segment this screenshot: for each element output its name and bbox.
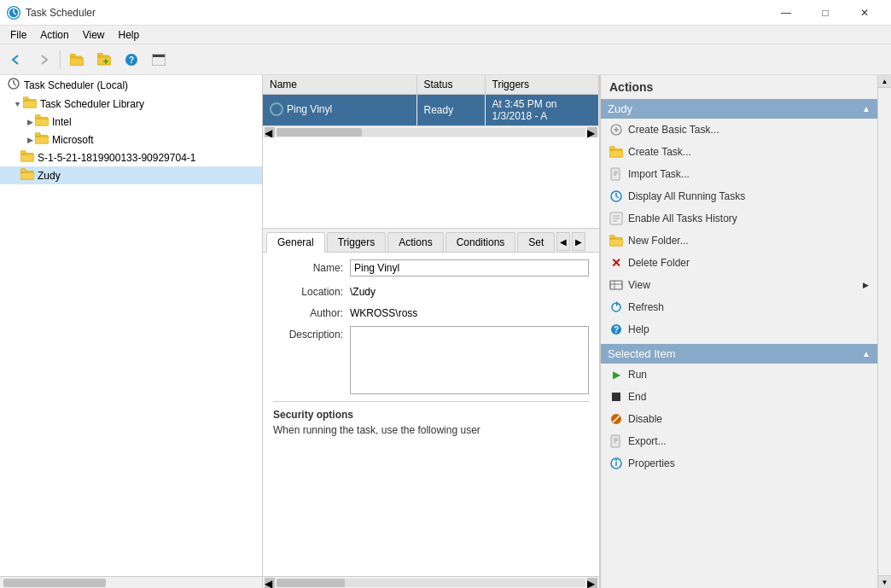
run-label: Run <box>628 369 647 381</box>
tree-scroll-thumb[interactable] <box>3 579 106 587</box>
tab-settings[interactable]: Set <box>517 232 555 252</box>
detail-h-thumb[interactable] <box>277 579 345 587</box>
tab-conditions[interactable]: Conditions <box>446 232 516 252</box>
toolbar: ? <box>0 44 891 75</box>
tree-item-intel[interactable]: ▶ Intel <box>0 113 262 131</box>
action-help[interactable]: ? Help <box>601 318 877 341</box>
svg-rect-5 <box>70 54 75 56</box>
detail-scroll-left[interactable]: ◀ <box>265 578 275 588</box>
detail-scroll-right[interactable]: ▶ <box>587 578 597 588</box>
menu-bar: File Action View Help <box>0 26 891 44</box>
svg-line-2 <box>14 13 16 15</box>
action-delete-folder[interactable]: ✕ Delete Folder <box>601 252 877 274</box>
tree-zudy-label: Zudy <box>38 170 61 182</box>
forward-button[interactable] <box>31 48 56 72</box>
tree-item-library[interactable]: ▼ Task Scheduler Library <box>0 95 262 113</box>
scroll-left-btn[interactable]: ◀ <box>265 127 275 137</box>
description-row: Description: <box>273 326 589 394</box>
action-disable[interactable]: Disable <box>601 408 877 430</box>
tree-item-root[interactable]: Task Scheduler (Local) <box>0 75 262 95</box>
description-label: Description: <box>273 326 350 341</box>
name-row: Name: <box>273 259 589 277</box>
col-status[interactable]: Status <box>416 75 485 95</box>
action-view[interactable]: View ▶ <box>601 274 877 296</box>
action-export[interactable]: Export... <box>601 430 877 452</box>
svg-rect-33 <box>20 169 26 172</box>
tab-nav-left[interactable]: ◀ <box>556 232 570 251</box>
svg-line-18 <box>14 84 16 85</box>
new-folder-label: New Folder... <box>628 235 689 247</box>
svg-rect-40 <box>611 168 620 180</box>
menu-file[interactable]: File <box>3 27 33 43</box>
action-create-task[interactable]: Create Task... <box>601 141 877 163</box>
description-textarea[interactable] <box>350 326 589 394</box>
enable-history-icon <box>609 212 623 225</box>
action-display-running[interactable]: Display All Running Tasks <box>601 185 877 207</box>
action-refresh[interactable]: Refresh <box>601 296 877 318</box>
maximize-button[interactable]: □ <box>806 0 845 26</box>
delete-folder-icon: ✕ <box>609 256 623 270</box>
security-text: When running the task, use the following… <box>273 424 589 436</box>
tree-item-zudy[interactable]: Zudy <box>0 166 262 184</box>
task-row-icon <box>270 102 283 116</box>
actions-column: Actions Zudy ▲ Create Basic Task... <box>599 75 891 588</box>
display-running-label: Display All Running Tasks <box>628 190 745 202</box>
new-folder-button[interactable] <box>91 48 117 72</box>
svg-rect-53 <box>609 236 614 239</box>
action-run[interactable]: ▶ Run <box>601 364 877 386</box>
refresh-label: Refresh <box>628 301 664 313</box>
tree-item-s1[interactable]: S-1-5-21-1819900133-90929704-1 <box>0 148 262 166</box>
h-scroll-thumb[interactable] <box>277 128 362 137</box>
tab-general[interactable]: General <box>266 232 325 253</box>
action-properties[interactable]: Properties <box>601 452 877 474</box>
table-row[interactable]: Ping Vinyl Ready At 3:45 PM on 1/3/2018 … <box>263 95 599 126</box>
tree-item-microsoft[interactable]: ▶ Microsoft <box>0 131 262 148</box>
svg-rect-20 <box>23 101 37 108</box>
view-arrow-icon: ▶ <box>863 281 869 289</box>
actions-scrollbar: ▲ ▼ <box>877 75 891 588</box>
scroll-up-btn[interactable]: ▲ <box>878 75 891 88</box>
details-tabs: General Triggers Actions Conditions Set … <box>263 229 599 253</box>
help-action-icon: ? <box>609 323 623 336</box>
svg-point-69 <box>615 459 617 461</box>
action-new-folder[interactable]: New Folder... <box>601 230 877 252</box>
help-button[interactable]: ? <box>119 48 144 72</box>
name-input[interactable] <box>350 259 589 277</box>
svg-rect-38 <box>609 150 623 157</box>
selected-item-section-header[interactable]: Selected Item ▲ <box>601 344 877 364</box>
action-create-basic[interactable]: Create Basic Task... <box>601 119 877 141</box>
tab-nav-right[interactable]: ▶ <box>572 232 585 251</box>
zudy-section-label: Zudy <box>608 102 632 115</box>
back-button[interactable] <box>3 48 29 72</box>
menu-view[interactable]: View <box>76 27 112 43</box>
tree-library-label: Task Scheduler Library <box>40 98 144 110</box>
col-name[interactable]: Name <box>263 75 416 95</box>
console-button[interactable] <box>146 48 172 72</box>
content-panel: Name Status Triggers Ping Vinyl Rea <box>263 75 599 588</box>
action-end[interactable]: End <box>601 386 877 408</box>
view-icon <box>609 278 623 292</box>
col-triggers[interactable]: Triggers <box>485 75 599 95</box>
tab-actions[interactable]: Actions <box>387 232 443 252</box>
action-import[interactable]: Import Task... <box>601 163 877 185</box>
close-button[interactable]: ✕ <box>845 0 884 26</box>
open-folder-button[interactable] <box>64 48 90 72</box>
svg-rect-8 <box>97 53 102 55</box>
zudy-section-header[interactable]: Zudy ▲ <box>601 99 877 119</box>
folder-icon-microsoft <box>35 132 49 147</box>
scroll-right-btn[interactable]: ▶ <box>587 127 597 137</box>
create-task-icon <box>609 145 623 159</box>
menu-help[interactable]: Help <box>112 27 147 43</box>
svg-rect-4 <box>70 58 84 66</box>
toolbar-separator-1 <box>60 50 61 69</box>
delete-folder-label: Delete Folder <box>628 257 690 269</box>
tab-triggers[interactable]: Triggers <box>327 232 387 252</box>
clock-icon <box>7 77 20 93</box>
task-name-value: Ping Vinyl <box>287 103 332 115</box>
scroll-down-btn[interactable]: ▼ <box>878 575 891 588</box>
svg-rect-32 <box>20 172 34 179</box>
minimize-button[interactable]: — <box>766 0 806 26</box>
action-enable-history[interactable]: Enable All Tasks History <box>601 207 877 230</box>
help-label: Help <box>628 323 649 335</box>
menu-action[interactable]: Action <box>33 27 75 43</box>
